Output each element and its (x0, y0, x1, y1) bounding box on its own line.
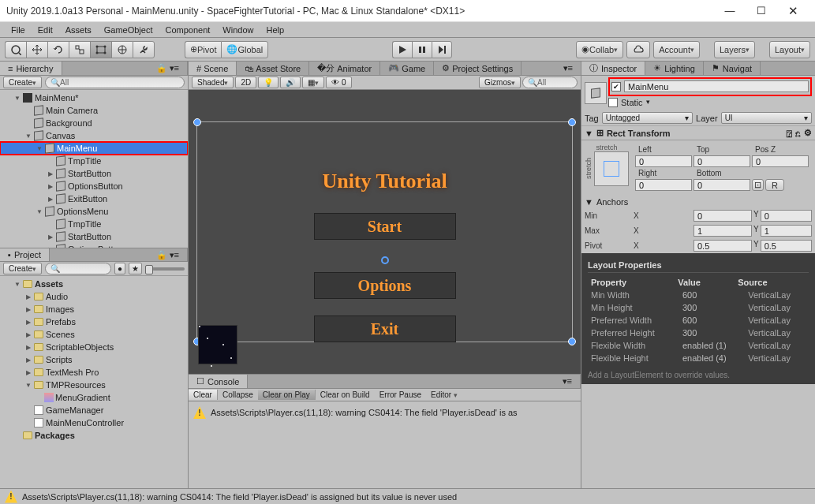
project-filter-star[interactable]: ★ (129, 263, 142, 274)
anchor-max-x[interactable]: 1 (693, 225, 752, 237)
project-item[interactable]: ▼TMPResources (0, 379, 188, 391)
handle-bottom-right[interactable] (568, 338, 576, 345)
console-tab[interactable]: ☐ Console (189, 375, 248, 388)
raw-edit-button[interactable]: R (765, 179, 784, 191)
rect-transform-header[interactable]: ▼ ⊞ Rect Transform ⍰ ⎌ ⚙ (581, 125, 815, 140)
project-size-slider[interactable] (145, 267, 185, 271)
console-clear[interactable]: Clear (189, 390, 218, 400)
tab-project-settings[interactable]: ⚙ Project Settings (434, 62, 522, 75)
menu-help[interactable]: Help (260, 24, 290, 36)
shading-mode[interactable]: Shaded (192, 77, 234, 88)
lighting-tab[interactable]: ☀ Lighting (645, 62, 704, 75)
pause-button[interactable] (412, 41, 432, 58)
layer-dropdown[interactable]: UI▾ (721, 112, 812, 124)
hierarchy-item[interactable]: ▶StartButton (0, 230, 188, 243)
console-clear-on-play[interactable]: Clear on Play (258, 390, 316, 400)
project-item[interactable]: MainMenuController (0, 416, 188, 429)
gizmos-dropdown[interactable]: Gizmos (479, 77, 521, 88)
anchor-min-y[interactable]: 0 (761, 210, 812, 222)
blueprint-mode-icon[interactable]: ⊡ (752, 179, 764, 191)
console-error-pause[interactable]: Error Pause (375, 390, 426, 400)
anchors-label[interactable]: Anchors (596, 197, 628, 207)
console-menu[interactable]: ▾≡ (555, 375, 581, 388)
object-enabled-checkbox[interactable]: ✔ (611, 82, 621, 91)
hierarchy-item[interactable]: ▼OptionsMenu (0, 205, 188, 218)
hierarchy-item[interactable]: ▶StartButton (0, 167, 188, 180)
cloud-button[interactable] (626, 41, 650, 58)
component-preset-icon[interactable]: ⎌ (795, 129, 801, 138)
hand-tool[interactable] (5, 41, 26, 58)
project-create[interactable]: Create (3, 263, 42, 274)
menu-edit[interactable]: Edit (32, 24, 59, 36)
project-tree[interactable]: ▼Assets▶Audio▶Images▶Prefabs▶Scenes▶Scri… (0, 276, 188, 488)
console-warning-row[interactable]: ! Assets\Scripts\Player.cs(11,18): warni… (192, 405, 578, 420)
scene-view[interactable]: Unity Tutorial Start Options Exit (189, 90, 581, 374)
menu-component[interactable]: Component (159, 24, 216, 36)
component-menu-icon[interactable]: ⚙ (804, 128, 812, 138)
hierarchy-item[interactable]: ▼Canvas (0, 129, 188, 142)
hierarchy-create[interactable]: Create (3, 77, 42, 88)
project-item[interactable]: Packages (0, 429, 188, 442)
maximize-button[interactable]: ☐ (746, 0, 777, 22)
scene-menu[interactable]: ▾≡ (555, 62, 581, 75)
custom-tool[interactable] (133, 41, 155, 58)
tab-asset-store[interactable]: 🛍 Asset Store (237, 62, 309, 75)
hierarchy-lock[interactable]: 🔒 ▾≡ (148, 62, 188, 75)
project-item[interactable]: ▼Assets (0, 278, 188, 290)
hierarchy-tree[interactable]: ▼MainMenu*Main CameraBackground▼Canvas▼M… (0, 90, 188, 248)
transform-tool[interactable] (111, 41, 133, 58)
project-item[interactable]: ▶Prefabs (0, 315, 188, 328)
console-body[interactable]: ! Assets\Scripts\Player.cs(11,18): warni… (189, 401, 581, 488)
hierarchy-item[interactable]: TmpTitle (0, 155, 188, 167)
layers-dropdown[interactable]: Layers (714, 41, 755, 58)
pivot-toggle[interactable]: ⊕ Pivot (185, 41, 221, 58)
project-item[interactable]: GameManager (0, 404, 188, 416)
hierarchy-search[interactable]: 🔍 All (45, 77, 185, 88)
pivot-x[interactable]: 0.5 (693, 240, 752, 252)
handle-top-left[interactable] (193, 118, 201, 126)
scene-search[interactable]: 🔍 All (522, 77, 578, 88)
console-editor[interactable]: Editor (426, 390, 462, 400)
project-tab[interactable]: ▪ Project (0, 248, 50, 261)
anchor-min-x[interactable]: 0 (693, 210, 752, 222)
component-help-icon[interactable]: ⍰ (787, 129, 792, 138)
top-field[interactable]: 0 (693, 155, 750, 167)
navigation-tab[interactable]: ⚑ Navigat (704, 62, 761, 75)
toggle-hidden-icon[interactable]: 👁 0 (326, 77, 351, 88)
project-search[interactable]: 🔍 (45, 263, 111, 274)
account-dropdown[interactable]: Account (653, 41, 700, 58)
bottom-field[interactable]: 0 (693, 179, 750, 191)
hierarchy-tab[interactable]: ≡ Hierarchy (0, 62, 62, 75)
project-item[interactable]: ▶Audio (0, 290, 188, 303)
layout-dropdown[interactable]: Layout (769, 41, 810, 58)
project-item[interactable]: ▶TextMesh Pro (0, 366, 188, 379)
object-name-field[interactable]: MainMenu (624, 80, 809, 92)
tab-game[interactable]: 🎮 Game (380, 62, 434, 75)
move-tool[interactable] (26, 41, 47, 58)
menu-file[interactable]: File (5, 24, 32, 36)
project-filter-icons[interactable]: ● (114, 263, 125, 274)
object-icon[interactable] (585, 82, 607, 104)
step-button[interactable] (432, 41, 452, 58)
posz-field[interactable]: 0 (752, 155, 809, 167)
anchor-preset-button[interactable] (594, 151, 629, 186)
rotate-tool[interactable] (47, 41, 69, 58)
scene-selection-rect[interactable]: Unity Tutorial Start Options Exit (196, 121, 573, 342)
tab-scene[interactable]: # Scene (189, 62, 237, 75)
rect-tool[interactable] (90, 41, 111, 58)
anchor-max-y[interactable]: 1 (761, 225, 812, 237)
project-item[interactable]: MenuGradient (0, 391, 188, 404)
tab-animator[interactable]: �分 Animator (309, 62, 380, 75)
toggle-audio-icon[interactable]: 🔊 (280, 77, 301, 88)
project-item[interactable]: ▶Scripts (0, 353, 188, 366)
close-button[interactable]: ✕ (777, 0, 809, 22)
menu-gameobject[interactable]: GameObject (98, 24, 159, 36)
project-item[interactable]: ▶Images (0, 303, 188, 315)
hierarchy-item[interactable]: TmpTitle (0, 218, 188, 230)
hierarchy-item[interactable]: Background (0, 117, 188, 129)
hierarchy-item[interactable]: ▶ExitButton (0, 192, 188, 205)
toggle-lighting-icon[interactable]: 💡 (258, 77, 279, 88)
menu-window[interactable]: Window (216, 24, 260, 36)
mode-2d[interactable]: 2D (235, 77, 256, 88)
toggle-fx-icon[interactable]: ▦ (302, 77, 324, 88)
